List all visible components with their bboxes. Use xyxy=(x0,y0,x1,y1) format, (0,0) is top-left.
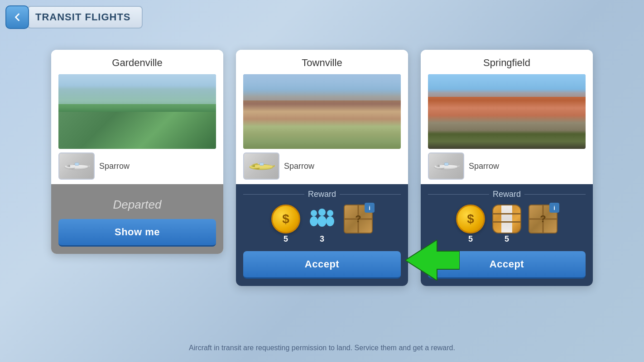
reward-crate-springfield: i ? xyxy=(529,205,557,244)
page-title: TRANSIT FLIGHTS xyxy=(35,11,131,23)
reward-people-townville: 3 xyxy=(308,205,336,244)
plane-row-springfield: Sparrow xyxy=(428,152,586,180)
card-bottom-gardenville: Departed Show me xyxy=(51,184,223,254)
svg-rect-5 xyxy=(75,163,79,166)
barrel-count-1: 5 xyxy=(505,234,509,244)
reward-items-springfield: $ 5 5 i xyxy=(428,205,586,244)
sparrow-plane-svg-3 xyxy=(433,158,460,174)
plane-name-gardenville: Sparrow xyxy=(99,162,130,171)
reward-barrel-springfield: 5 xyxy=(492,205,521,244)
reward-header-townville: Reward xyxy=(243,190,401,199)
city-name-springfield: Springfield xyxy=(428,57,586,69)
reward-line-left-2 xyxy=(428,194,489,195)
back-icon xyxy=(12,12,23,23)
city-name-gardenville: Gardenville xyxy=(58,57,216,69)
card-top-springfield: Springfield Sparrow xyxy=(421,50,593,184)
reward-crate-townville: i ? xyxy=(344,205,373,244)
barrel-icon-1 xyxy=(492,205,521,233)
svg-point-14 xyxy=(318,209,326,216)
svg-point-18 xyxy=(327,210,333,216)
reward-label-townville: Reward xyxy=(308,190,336,199)
crate-count-1 xyxy=(357,234,359,244)
title-bar: TRANSIT FLIGHTS xyxy=(27,6,143,29)
city-image-springfield xyxy=(428,74,586,149)
plane-name-townville: Sparrow xyxy=(284,162,314,171)
plane-row-townville: Sparrow xyxy=(243,152,401,180)
city-image-townville xyxy=(243,74,401,149)
coin-icon-1: $ xyxy=(271,205,300,233)
city-name-townville: Townville xyxy=(243,57,401,69)
coin-icon-2: $ xyxy=(456,205,485,233)
card-top-gardenville: Gardenville Sparrow xyxy=(51,50,223,184)
people-count-1: 3 xyxy=(320,234,324,244)
back-button[interactable] xyxy=(5,5,29,29)
svg-rect-12 xyxy=(260,163,264,166)
green-arrow xyxy=(405,240,460,282)
card-top-townville: Townville Sparrow xyxy=(236,50,408,184)
reward-items-townville: $ 5 xyxy=(243,205,401,244)
plane-icon-townville xyxy=(243,152,279,180)
arrow-svg xyxy=(405,240,460,281)
info-badge-1: i xyxy=(365,203,375,213)
svg-point-17 xyxy=(310,216,318,226)
departed-label: Departed xyxy=(113,198,162,212)
reward-line-left-1 xyxy=(243,194,304,195)
header: TRANSIT FLIGHTS xyxy=(5,5,143,29)
svg-rect-25 xyxy=(444,163,448,166)
sparrow-plane-svg-1 xyxy=(63,158,90,174)
crate-count-2 xyxy=(542,234,544,244)
cards-container: Gardenville Sparrow Depa xyxy=(28,50,616,286)
svg-point-15 xyxy=(317,216,327,227)
reward-line-right-1 xyxy=(340,194,401,195)
svg-point-19 xyxy=(326,216,334,226)
plane-icon-gardenville xyxy=(58,152,95,180)
city-image-gardenville xyxy=(58,74,216,149)
plane-icon-springfield xyxy=(428,152,464,180)
reward-line-right-2 xyxy=(524,194,586,195)
sparrow-plane-svg-2 xyxy=(248,158,275,174)
card-gardenville: Gardenville Sparrow Depa xyxy=(51,50,223,254)
people-svg-1 xyxy=(308,208,336,230)
info-badge-2: i xyxy=(549,203,559,213)
accept-button-townville[interactable]: Accept xyxy=(243,251,401,279)
svg-marker-27 xyxy=(405,240,460,281)
plane-row-gardenville: Sparrow xyxy=(58,152,216,180)
people-icon-1 xyxy=(308,205,336,233)
reward-label-springfield: Reward xyxy=(493,190,521,199)
coin-count-2: 5 xyxy=(468,234,473,244)
coin-count-1: 5 xyxy=(284,234,288,244)
card-bottom-townville: Reward $ 5 xyxy=(236,184,408,286)
show-me-button[interactable]: Show me xyxy=(58,219,216,247)
card-townville: Townville Sparrow xyxy=(236,50,408,286)
reward-coin-springfield: $ 5 xyxy=(456,205,485,244)
svg-point-16 xyxy=(311,210,317,216)
reward-header-springfield: Reward xyxy=(428,190,586,199)
footer-text: Aircraft in transit are requesting permi… xyxy=(189,344,455,352)
reward-coin-townville: $ 5 xyxy=(271,205,300,244)
plane-name-springfield: Sparrow xyxy=(469,162,499,171)
